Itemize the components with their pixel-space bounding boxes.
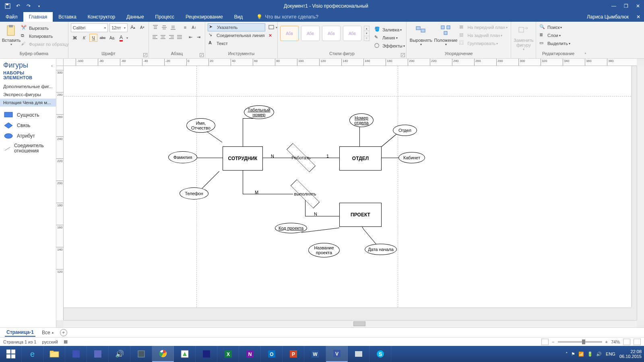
increase-indent-button[interactable]: ⇥ [195,33,202,41]
tab-file[interactable]: Файл [0,12,23,22]
group-button[interactable]: ⿴Группировать▾ [458,39,508,47]
vertical-scrollbar[interactable] [637,66,644,320]
add-page-button[interactable]: + [60,329,67,336]
drawing-page[interactable]: СОТРУДНИК ОТДЕЛ ПРОЕКТ Работать выполнят… [64,66,631,307]
relation-perform[interactable]: выполнять [289,186,321,202]
style-preset-4[interactable]: Абв [343,26,361,41]
align-top-button[interactable] [151,23,159,31]
start-button[interactable] [0,346,22,362]
attr-dept[interactable]: Отдел [393,125,417,136]
tray-chevron-icon[interactable]: ˄ [566,352,568,357]
cut-button[interactable]: ✂️Вырезать [20,24,70,32]
collapse-ribbon-button[interactable]: ˄ [580,22,590,58]
taskbar-chrome[interactable] [152,346,174,362]
tab-data[interactable]: Данные [121,12,149,22]
shrink-font-button[interactable]: A▾ [138,23,146,31]
rectangle-tool-button[interactable]: ▾ [268,23,278,31]
font-color-button[interactable]: A [117,34,125,42]
grow-font-button[interactable]: A▴ [129,23,137,31]
connector-tool-button[interactable]: ↘Соединительная линия [208,31,265,39]
guide-vertical-1[interactable] [196,66,197,307]
presentation-view-button[interactable] [541,339,549,345]
delete-tool-button[interactable]: ✕ [268,31,278,39]
taskbar-explorer[interactable] [43,346,65,362]
guide-horizontal-1[interactable] [64,96,631,97]
taskbar-skype[interactable]: S [369,346,391,362]
pointer-tool-button[interactable]: ➤Указатель [208,23,265,31]
strike-button[interactable]: abc [99,34,107,42]
send-back-button[interactable]: ▧На задний план▾ [458,31,508,39]
position-button[interactable]: Положение▾ [433,23,459,51]
restore-icon[interactable]: ❐ [620,0,632,12]
tab-review[interactable]: Рецензирование [180,12,229,22]
line-button[interactable]: ✎Линия▾ [374,34,406,42]
tray-network-icon[interactable]: 📶 [578,352,584,357]
ruler-horizontal[interactable]: -100-80-60-40-20020406080100120140160180… [64,59,637,66]
italic-button[interactable]: К [80,34,88,42]
select-button[interactable]: ▭Выделить▾ [539,39,578,47]
format-painter-button[interactable]: 🖌Формат по образцу [20,40,70,48]
qat-customize-icon[interactable]: ▾ [34,1,44,11]
attr-name[interactable]: Имя, Отчество [186,118,215,133]
align-middle-button[interactable] [160,23,168,31]
justify-button[interactable] [176,33,183,41]
minimize-icon[interactable]: — [608,0,620,12]
tab-process[interactable]: Процесс [150,12,180,22]
shape-entity[interactable]: Сущность [0,110,56,120]
fullscreen-button[interactable] [634,339,641,345]
attr-tab-no[interactable]: Табельный номер [244,105,274,119]
shape-connector[interactable]: Соединитель отношения [0,141,56,156]
text-direction-button[interactable]: A↕ [190,23,198,31]
copy-button[interactable]: ⧉Копировать [20,32,70,40]
align-left-button[interactable] [151,33,159,41]
bring-front-button[interactable]: ▦На передний план▾ [458,23,508,31]
stencil-quick[interactable]: Экспресс-фигуры [0,90,56,99]
font-size-combo[interactable]: 12пт▾ [109,23,127,32]
bold-button[interactable]: Ж [71,34,79,42]
change-case-button[interactable]: Aa [108,34,116,42]
font-dialog-launcher[interactable]: ⤢ [143,53,147,57]
shape-relation[interactable]: Связь [0,120,56,131]
stencil-more[interactable]: Дополнительные фиг... [0,82,56,90]
canvas-viewport[interactable]: СОТРУДНИК ОТДЕЛ ПРОЕКТ Работать выполнят… [64,66,637,320]
shape-attribute[interactable]: Атрибут [0,131,56,141]
paste-button[interactable]: Вставить ▾ [2,23,20,51]
taskbar-visio[interactable]: V [326,346,348,362]
save-icon[interactable] [2,1,13,11]
taskbar-virtualbox[interactable] [130,346,152,362]
zoom-level[interactable]: 74% [611,339,620,344]
style-preset-1[interactable]: Абв [280,26,299,41]
ruler-vertical[interactable]: 300280260240220200180160140120 [56,66,64,320]
attr-room[interactable]: Кабинет [398,152,425,163]
shapes-collapse-icon[interactable]: ‹ [51,63,53,68]
text-tool-button[interactable]: AТекст [208,39,265,47]
user-name[interactable]: Лариса Цымбалюк [583,12,633,22]
page-tab-all[interactable]: Все▴ [42,330,54,335]
entity-department[interactable]: ОТДЕЛ [339,146,382,171]
decrease-indent-button[interactable]: ⇤ [187,33,194,41]
close-doc-icon[interactable]: ✕ [633,12,644,22]
entity-employee[interactable]: СОТРУДНИК [223,146,263,171]
effects-button[interactable]: ◯Эффекты▾ [374,42,406,50]
taskbar-powerpoint[interactable]: P [283,346,304,362]
font-family-combo[interactable]: Calibri▾ [71,23,108,32]
align-center-button[interactable] [159,33,167,41]
taskbar-app-2[interactable] [87,346,109,362]
fit-window-button[interactable] [623,339,630,345]
tab-view[interactable]: Вид [229,12,249,22]
taskbar-app-3[interactable] [174,346,196,362]
align-right-button[interactable] [168,33,175,41]
align-button[interactable]: Выровнять▾ [409,23,433,51]
tray-volume-icon[interactable]: 🔊 [596,352,602,357]
fill-button[interactable]: 🪣Заливка▾ [374,26,406,34]
tray-language[interactable]: ENG [606,352,615,356]
entity-project[interactable]: ПРОЕКТ [339,203,382,227]
relation-work[interactable]: Работать [285,150,317,166]
attr-dept-no[interactable]: Номер отдела [349,113,374,127]
stencil-chen[interactable]: Нотация Чена для м... [0,99,56,107]
underline-button[interactable]: Ч [89,34,97,42]
style-preset-2[interactable]: Абв [301,26,320,41]
layers-button[interactable]: ≣Слои▾ [539,31,578,39]
style-gallery-more[interactable]: ▴▾▿ [364,26,369,41]
zoom-slider[interactable] [558,341,602,343]
